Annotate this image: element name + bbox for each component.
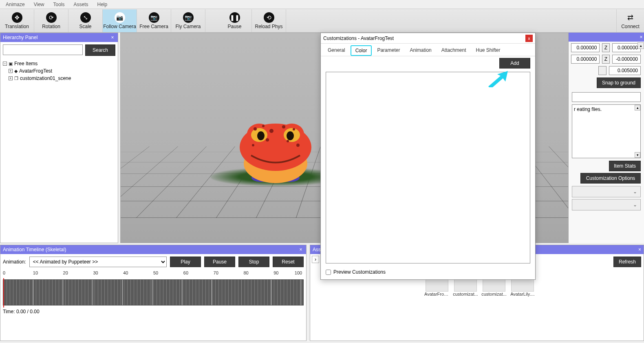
tree-row-scene[interactable]: + ❐ customization01_scene bbox=[3, 75, 115, 82]
fly-camera-button[interactable]: 📷 Fly Camera bbox=[171, 9, 205, 32]
hierarchy-tree: − ▣ Free Items + ◆ AvatarFrogTest + ❐ cu… bbox=[0, 58, 118, 84]
preview-label: Preview Customizations bbox=[333, 269, 386, 275]
thumb-label: customizat... bbox=[481, 292, 507, 297]
tick-label: 100 bbox=[295, 270, 302, 275]
description-textarea[interactable]: r eating flies. ▴ ▾ bbox=[572, 104, 641, 158]
hierarchy-search-input[interactable] bbox=[3, 44, 83, 55]
free-camera-button[interactable]: 📷 Free Camera bbox=[137, 9, 171, 32]
customization-list[interactable] bbox=[326, 72, 530, 263]
tree-row-avatar[interactable]: + ◆ AvatarFrogTest bbox=[3, 67, 115, 75]
avatar-preview bbox=[231, 111, 320, 184]
value-field[interactable]: 0.000000 bbox=[612, 43, 641, 52]
play-button[interactable]: Play bbox=[170, 257, 201, 267]
customizations-dialog: Customizations - AvatarFrogTest x Genera… bbox=[320, 33, 536, 280]
svg-point-14 bbox=[293, 128, 295, 131]
svg-point-12 bbox=[269, 129, 273, 133]
refresh-button[interactable]: Refresh bbox=[613, 257, 641, 267]
camera-icon: 📷 bbox=[115, 12, 125, 23]
translation-label: Translation bbox=[5, 24, 29, 29]
menu-bar: Animaze View Tools Assets Help bbox=[0, 0, 644, 9]
animation-select[interactable]: << Animated by Puppeteer >> bbox=[29, 257, 167, 267]
value-field[interactable]: 0.005000 bbox=[609, 66, 641, 75]
blank-axis-button[interactable] bbox=[598, 66, 607, 75]
connect-button[interactable]: ⇄ Connect bbox=[616, 9, 644, 32]
svg-point-9 bbox=[287, 131, 294, 140]
scroll-up-icon[interactable]: ▴ bbox=[635, 105, 640, 111]
timeline-track[interactable] bbox=[3, 279, 304, 305]
value-field[interactable]: 0.000000 bbox=[571, 43, 600, 52]
expand-icon[interactable]: + bbox=[9, 69, 13, 73]
tab-parameter[interactable]: Parameter bbox=[373, 45, 404, 56]
close-icon[interactable]: × bbox=[638, 247, 641, 252]
rotation-label: Rotation bbox=[42, 24, 60, 29]
customization-tabs: General Color Parameter Animation Attach… bbox=[321, 44, 535, 56]
description-text: r eating flies. bbox=[574, 106, 602, 112]
reload-phys-button[interactable]: ⟲ Reload Phys bbox=[252, 9, 286, 32]
customization-options-button[interactable]: Customization Options bbox=[580, 173, 641, 184]
menu-assets[interactable]: Assets bbox=[70, 1, 93, 8]
preview-checkbox-input[interactable] bbox=[326, 270, 331, 275]
tick-label: 40 bbox=[123, 270, 128, 275]
camera-icon: 📷 bbox=[149, 12, 159, 23]
translation-icon: ✥ bbox=[12, 12, 22, 23]
value-field[interactable]: -0.000000 bbox=[612, 55, 641, 64]
value-field[interactable]: 0.000000 bbox=[571, 55, 600, 64]
snap-to-ground-button[interactable]: Snap to ground bbox=[597, 77, 641, 88]
scroll-up-icon[interactable]: ▴ bbox=[637, 42, 644, 49]
tab-attachment[interactable]: Attachment bbox=[437, 45, 471, 56]
chevron-right-icon[interactable]: › bbox=[312, 256, 319, 263]
tab-hue-shifter[interactable]: Hue Shifter bbox=[472, 45, 505, 56]
collapse-icon[interactable]: − bbox=[3, 62, 7, 66]
playhead[interactable] bbox=[3, 278, 4, 308]
menu-view[interactable]: View bbox=[30, 1, 49, 8]
scroll-down-icon[interactable]: ▾ bbox=[635, 152, 640, 158]
preview-customizations-checkbox[interactable]: Preview Customizations bbox=[321, 267, 535, 277]
tab-animation[interactable]: Animation bbox=[405, 45, 436, 56]
pause-button[interactable]: Pause bbox=[204, 257, 235, 267]
search-button[interactable]: Search bbox=[85, 44, 115, 56]
rotation-button[interactable]: ⟳ Rotation bbox=[34, 9, 68, 32]
z-axis-button[interactable]: Z bbox=[602, 43, 609, 52]
rotation-icon: ⟳ bbox=[46, 12, 57, 23]
animation-title-label: Animation Timeline (Skeletal) bbox=[3, 247, 66, 252]
close-icon[interactable]: × bbox=[638, 33, 644, 42]
add-button[interactable]: Add bbox=[499, 58, 530, 69]
stop-button[interactable]: Stop bbox=[238, 257, 269, 267]
menu-tools[interactable]: Tools bbox=[49, 1, 68, 8]
z-axis-button[interactable]: Z bbox=[602, 55, 609, 64]
tick-label: 90 bbox=[273, 270, 278, 275]
hierarchy-panel: Hierarchy Panel × Search − ▣ Free Items … bbox=[0, 33, 118, 243]
translation-button[interactable]: ✥ Translation bbox=[0, 9, 34, 32]
chevron-down-icon: ⌄ bbox=[633, 202, 637, 208]
package-icon: ▣ bbox=[9, 60, 13, 67]
menu-animaze[interactable]: Animaze bbox=[2, 1, 29, 8]
collapsible-section[interactable]: ⌄ bbox=[572, 186, 641, 197]
scene-icon: ❐ bbox=[14, 75, 18, 82]
tree-label: Free Items bbox=[14, 60, 37, 67]
follow-camera-button[interactable]: 📷 Follow Camera bbox=[103, 9, 137, 32]
main-toolbar: ✥ Translation ⟳ Rotation ⤡ Scale 📷 Follo… bbox=[0, 9, 644, 33]
thumb-label: customizat... bbox=[453, 292, 478, 297]
pause-button[interactable]: ❚❚ Pause bbox=[218, 9, 252, 32]
close-icon[interactable]: × bbox=[298, 247, 304, 252]
collapsible-section[interactable]: ⌄ bbox=[572, 199, 641, 210]
expand-icon[interactable]: + bbox=[9, 76, 13, 80]
tree-row-root[interactable]: − ▣ Free Items bbox=[3, 60, 115, 67]
close-button[interactable]: x bbox=[525, 35, 533, 42]
properties-panel-header: × bbox=[569, 33, 644, 42]
dialog-title: Customizations - AvatarFrogTest bbox=[323, 35, 394, 41]
thumb-label: AvatarLily.... bbox=[510, 292, 535, 297]
scale-button[interactable]: ⤡ Scale bbox=[68, 9, 103, 32]
menu-help[interactable]: Help bbox=[93, 1, 112, 8]
reset-button[interactable]: Reset bbox=[273, 257, 304, 267]
name-input[interactable] bbox=[572, 92, 641, 102]
tick-label: 60 bbox=[183, 270, 188, 275]
thumb-label: AvatarFrog... bbox=[424, 292, 450, 297]
item-stats-button[interactable]: Item Stats bbox=[609, 161, 641, 171]
pause-icon: ❚❚ bbox=[229, 12, 240, 23]
close-icon[interactable]: × bbox=[110, 35, 115, 40]
tab-general[interactable]: General bbox=[323, 45, 350, 56]
free-camera-label: Free Camera bbox=[139, 24, 168, 29]
tab-color[interactable]: Color bbox=[351, 45, 372, 56]
animation-panel-title: Animation Timeline (Skeletal) × bbox=[0, 245, 306, 254]
